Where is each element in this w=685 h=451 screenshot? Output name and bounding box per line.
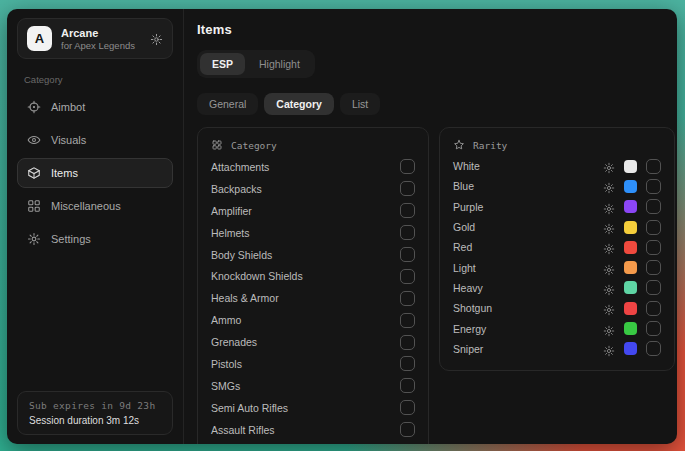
sidebar-item-items[interactable]: Items (17, 158, 173, 188)
category-row: Grenades (211, 331, 415, 353)
color-swatch[interactable] (624, 200, 637, 213)
rarity-checkbox[interactable] (646, 341, 661, 356)
color-swatch[interactable] (624, 261, 637, 274)
color-swatch[interactable] (624, 302, 637, 315)
gear-icon[interactable] (603, 302, 615, 314)
rarity-checkbox[interactable] (646, 179, 661, 194)
gear-icon[interactable] (150, 32, 163, 45)
crosshair-icon (27, 100, 41, 114)
brand-text: Arcane for Apex Legends (61, 27, 135, 51)
category-checkbox[interactable] (400, 313, 415, 328)
rarity-row-controls (603, 321, 661, 336)
rarity-checkbox[interactable] (646, 159, 661, 174)
rarity-row: Energy (453, 318, 661, 338)
gear-icon[interactable] (603, 282, 615, 294)
brand-card: A Arcane for Apex Legends (17, 18, 173, 59)
rarity-checkbox[interactable] (646, 220, 661, 235)
tab-bar: GeneralCategoryList (197, 93, 675, 115)
rarity-checkbox[interactable] (646, 199, 661, 214)
sidebar-item-settings[interactable]: Settings (17, 224, 173, 254)
rarity-checkbox[interactable] (646, 260, 661, 275)
mode-toggle-highlight[interactable]: Highlight (247, 53, 312, 75)
category-row: SMGs (211, 375, 415, 397)
rarity-row-controls (603, 240, 661, 255)
tab-category[interactable]: Category (264, 93, 334, 115)
gear-icon[interactable] (603, 201, 615, 213)
gear-icon[interactable] (603, 323, 615, 335)
category-row: Ammo (211, 309, 415, 331)
arcane-window: A Arcane for Apex Legends Category Aimbo… (7, 9, 677, 444)
app-subtitle: for Apex Legends (61, 40, 135, 51)
mode-toggle-esp[interactable]: ESP (200, 53, 245, 75)
rarity-row-label: Gold (453, 221, 603, 233)
category-row-label: Helmets (211, 227, 400, 239)
rarity-row: Gold (453, 217, 661, 237)
category-row: Knockdown Shields (211, 265, 415, 287)
category-checkbox[interactable] (400, 335, 415, 350)
category-checkbox[interactable] (400, 269, 415, 284)
category-list: Attachments Backpacks Amplifier Helmets … (211, 156, 415, 444)
category-checkbox[interactable] (400, 247, 415, 262)
rarity-checkbox[interactable] (646, 240, 661, 255)
rarity-row-controls (603, 159, 661, 174)
sidebar-item-miscellaneous[interactable]: Miscellaneous (17, 191, 173, 221)
rarity-row-controls (603, 199, 661, 214)
category-row-label: Backpacks (211, 183, 400, 195)
rarity-row-label: Heavy (453, 282, 603, 294)
rarity-row-controls (603, 260, 661, 275)
category-row: Backpacks (211, 178, 415, 200)
color-swatch[interactable] (624, 241, 637, 254)
color-swatch[interactable] (624, 221, 637, 234)
rarity-row: Heavy (453, 278, 661, 298)
app-name: Arcane (61, 27, 135, 39)
gear-icon[interactable] (603, 160, 615, 172)
category-checkbox[interactable] (400, 356, 415, 371)
category-row-label: Pistols (211, 358, 400, 370)
rarity-row-controls (603, 341, 661, 356)
rarity-row: Blue (453, 176, 661, 196)
color-swatch[interactable] (624, 281, 637, 294)
sidebar-section-label: Category (24, 74, 166, 85)
category-checkbox[interactable] (400, 159, 415, 174)
tab-list[interactable]: List (340, 93, 380, 115)
rarity-row-controls (603, 280, 661, 295)
sidebar-item-label: Aimbot (51, 101, 85, 113)
color-swatch[interactable] (624, 322, 637, 335)
gear-icon[interactable] (603, 262, 615, 274)
rarity-row-controls (603, 179, 661, 194)
category-checkbox[interactable] (400, 203, 415, 218)
rarity-checkbox[interactable] (646, 301, 661, 316)
category-checkbox[interactable] (400, 400, 415, 415)
category-checkbox[interactable] (400, 225, 415, 240)
panels-row: Category Attachments Backpacks Amplifier… (197, 127, 675, 444)
gear-icon[interactable] (603, 343, 615, 355)
category-row-label: Body Shields (211, 249, 400, 261)
color-swatch[interactable] (624, 342, 637, 355)
category-checkbox[interactable] (400, 291, 415, 306)
rarity-checkbox[interactable] (646, 321, 661, 336)
gear-icon[interactable] (603, 241, 615, 253)
subscription-card: Sub expires in 9d 23h Session duration 3… (17, 391, 173, 435)
rarity-checkbox[interactable] (646, 280, 661, 295)
mode-toggle: ESPHighlight (197, 50, 315, 78)
category-row-label: Semi Auto Rifles (211, 402, 400, 414)
sidebar-item-label: Visuals (51, 134, 86, 146)
sidebar-item-aimbot[interactable]: Aimbot (17, 92, 173, 122)
gear-icon[interactable] (603, 180, 615, 192)
rarity-row-controls (603, 220, 661, 235)
category-checkbox[interactable] (400, 422, 415, 437)
tab-general[interactable]: General (197, 93, 258, 115)
sidebar-item-visuals[interactable]: Visuals (17, 125, 173, 155)
rarity-row-label: Energy (453, 323, 603, 335)
category-row: Assault Rifles (211, 419, 415, 441)
category-row-label: SMGs (211, 380, 400, 392)
app-logo: A (27, 26, 52, 51)
main-content: Items ESPHighlight GeneralCategoryList C… (184, 9, 677, 444)
gear-icon[interactable] (603, 221, 615, 233)
category-checkbox[interactable] (400, 181, 415, 196)
squares-icon (211, 139, 223, 151)
category-row: Pistols (211, 353, 415, 375)
category-checkbox[interactable] (400, 378, 415, 393)
color-swatch[interactable] (624, 160, 637, 173)
color-swatch[interactable] (624, 180, 637, 193)
